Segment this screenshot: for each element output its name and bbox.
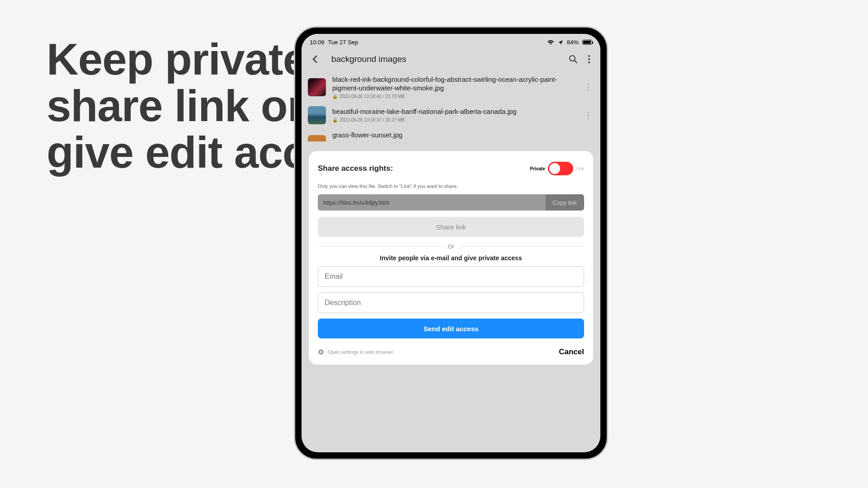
cancel-button[interactable]: Cancel [559, 347, 584, 357]
search-button[interactable] [564, 50, 582, 68]
status-time: 10:09 [310, 39, 325, 46]
copy-link-button[interactable]: Copy link [546, 194, 584, 211]
file-more-button[interactable]: ⋮ [582, 82, 594, 92]
page-title: background images [331, 54, 564, 64]
file-thumbnail [308, 106, 326, 124]
file-row[interactable]: black-red-ink-background-colorful-fog-ab… [302, 72, 600, 103]
file-more-button[interactable]: ⋮ [582, 110, 594, 120]
location-icon [558, 40, 563, 45]
file-row[interactable]: grass-flower-sunset.jpg [302, 128, 600, 141]
status-date: Tue 27 Sep [328, 39, 359, 46]
svg-point-2 [588, 58, 590, 60]
file-name: black-red-ink-background-colorful-fog-ab… [332, 75, 576, 93]
tablet-frame: 10:09 Tue 27 Sep 84% background images [294, 26, 608, 460]
toggle-label-link: Link [576, 166, 584, 171]
file-list: black-red-ink-background-colorful-fog-ab… [302, 72, 600, 141]
description-field[interactable]: Description [318, 292, 584, 313]
share-url-field[interactable]: https://files.fm/u/k6jty3drk [318, 194, 546, 211]
file-thumbnail [308, 135, 326, 141]
more-button[interactable] [582, 50, 596, 68]
share-link-button[interactable]: Share link [318, 217, 584, 237]
back-button[interactable] [306, 50, 324, 68]
lock-icon: 🔒 [332, 117, 338, 122]
send-edit-access-button[interactable]: Send edit access [318, 319, 584, 338]
or-divider: Or [318, 243, 584, 250]
file-row[interactable]: beautiful-moraine-lake-banff-national-pa… [302, 103, 600, 128]
svg-point-1 [588, 55, 590, 57]
svg-point-0 [570, 56, 575, 61]
sheet-title: Share access rights: [318, 164, 393, 173]
privacy-hint: Only you can view this file. Switch to "… [318, 183, 584, 189]
privacy-toggle-group: Private Link [530, 162, 584, 175]
file-meta: 2022-09-26 13:18:37 / 20.27 MB [340, 117, 405, 122]
gear-icon [318, 349, 324, 355]
email-field[interactable]: Email [318, 266, 584, 287]
share-sheet: Share access rights: Private Link Only y… [309, 151, 593, 365]
file-name: beautiful-moraine-lake-banff-national-pa… [332, 108, 576, 116]
file-name: grass-flower-sunset.jpg [332, 131, 594, 140]
status-bar: 10:09 Tue 27 Sep 84% [302, 34, 600, 47]
file-thumbnail [308, 78, 326, 96]
open-settings-link[interactable]: Open settings in web browser [318, 349, 393, 355]
toggle-label-private: Private [530, 166, 545, 171]
tablet-screen: 10:09 Tue 27 Sep 84% background images [302, 34, 600, 452]
wifi-icon [547, 40, 554, 45]
open-settings-label: Open settings in web browser [328, 349, 393, 355]
battery-icon [582, 40, 592, 45]
invite-heading: Invite people via e-mail and give privat… [318, 254, 584, 262]
navbar: background images [302, 47, 600, 72]
share-link-row: https://files.fm/u/k6jty3drk Copy link [318, 194, 584, 211]
svg-point-3 [588, 61, 590, 63]
privacy-toggle[interactable] [548, 162, 573, 175]
file-meta: 2022-09-26 13:18:42 / 23.70 MB [340, 94, 405, 99]
lock-icon: 🔒 [332, 94, 338, 99]
battery-percent: 84% [567, 39, 579, 46]
